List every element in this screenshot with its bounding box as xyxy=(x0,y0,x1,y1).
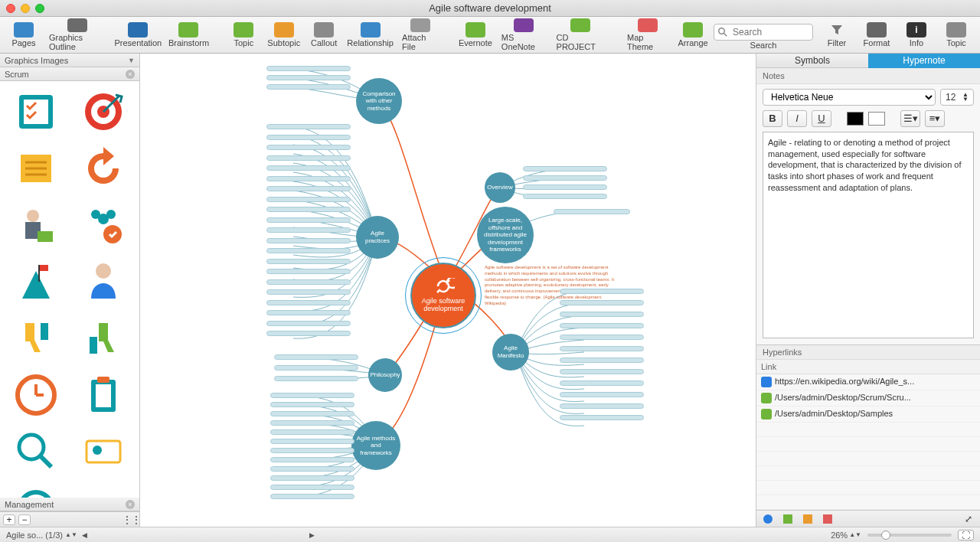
notes-textarea[interactable]: Agile - relating to or denoting a method… xyxy=(763,132,974,338)
leaf-node[interactable] xyxy=(274,376,358,381)
onenote-button[interactable]: MS OneNote xyxy=(497,17,550,53)
fit-button[interactable]: ⛶ xyxy=(958,530,974,540)
leaf-node[interactable] xyxy=(266,207,351,212)
leaf-node[interactable] xyxy=(266,197,351,202)
page-stepper-icon[interactable]: ▲▼ xyxy=(65,531,77,538)
leaf-node[interactable] xyxy=(266,269,351,274)
zoom-value[interactable]: 26% xyxy=(831,531,848,540)
pages-button[interactable]: Pages xyxy=(5,17,43,53)
largescale-node[interactable]: Large-scale, offshore and distributed ag… xyxy=(477,207,534,263)
leaf-node[interactable] xyxy=(523,194,607,199)
leaf-node[interactable] xyxy=(266,176,351,181)
leaf-node[interactable] xyxy=(523,166,607,171)
link-row[interactable]: https://en.wikipedia.org/wiki/Agile_s... xyxy=(756,374,980,390)
sticky-note-icon[interactable] xyxy=(5,142,67,194)
remove-button[interactable]: − xyxy=(18,514,31,525)
leaf-node[interactable] xyxy=(270,439,354,444)
philosophy-node[interactable]: Philosophy xyxy=(368,358,402,392)
leaf-node[interactable] xyxy=(560,312,644,317)
relationship-button[interactable]: Relationship xyxy=(345,17,396,53)
close-icon[interactable]: × xyxy=(126,500,135,509)
leaf-node[interactable] xyxy=(266,248,351,253)
font-family-select[interactable]: Helvetica Neue xyxy=(763,89,936,106)
text-color-swatch[interactable] xyxy=(847,112,864,126)
bold-button[interactable]: B xyxy=(763,110,782,127)
leaf-node[interactable] xyxy=(560,335,644,340)
leaf-node[interactable] xyxy=(274,365,358,371)
attach-file-button[interactable]: Attach File xyxy=(397,17,443,53)
leaf-node[interactable] xyxy=(560,358,644,363)
person-money-icon[interactable] xyxy=(5,199,67,251)
leaf-node[interactable] xyxy=(270,485,354,490)
zoom-slider[interactable] xyxy=(867,534,952,537)
leaf-node[interactable] xyxy=(560,403,644,409)
leaf-node[interactable] xyxy=(266,279,351,285)
add-button[interactable]: + xyxy=(3,514,15,525)
leaf-node[interactable] xyxy=(266,217,351,223)
remove-link-button[interactable] xyxy=(819,513,836,525)
font-size-stepper[interactable]: 12▲▼ xyxy=(940,89,974,106)
link-row[interactable]: /Users/admin/Desktop/Scrum/Scru... xyxy=(756,390,980,406)
management-section-header[interactable]: Management × xyxy=(0,498,139,511)
zoom-stepper-icon[interactable]: ▲▼ xyxy=(849,531,861,538)
leaf-node[interactable] xyxy=(270,402,354,407)
add-maplink-button[interactable] xyxy=(799,513,816,525)
methods-node[interactable]: Agile methods and frameworks xyxy=(351,421,400,470)
leaf-node[interactable] xyxy=(560,369,644,374)
format-button[interactable]: Format xyxy=(858,17,896,53)
underline-button[interactable]: U xyxy=(812,110,831,127)
leaf-node[interactable] xyxy=(270,411,354,416)
comparison-node[interactable]: Comparison with other methods xyxy=(356,78,402,124)
target-icon[interactable] xyxy=(72,86,135,138)
eye-icon[interactable] xyxy=(72,482,135,498)
fill-color-swatch[interactable] xyxy=(868,112,885,126)
leaf-node[interactable] xyxy=(270,420,354,426)
leaf-node[interactable] xyxy=(270,457,354,462)
id-card-icon[interactable] xyxy=(72,426,135,478)
expand-button[interactable]: ⤢ xyxy=(960,513,977,525)
close-icon[interactable]: × xyxy=(126,70,135,79)
leaf-node[interactable] xyxy=(266,259,351,264)
leaf-node[interactable] xyxy=(560,289,644,294)
list-button[interactable]: ☰▾ xyxy=(900,110,920,127)
leaf-node[interactable] xyxy=(266,155,351,161)
manifesto-node[interactable]: Agile Manifesto xyxy=(492,334,529,371)
thumbs-up-icon[interactable] xyxy=(72,312,135,364)
leaf-node[interactable] xyxy=(266,321,351,326)
clock-icon[interactable] xyxy=(5,369,67,421)
leaf-node[interactable] xyxy=(266,300,351,305)
cd-project-button[interactable]: CD PROJECT xyxy=(552,17,610,53)
leaf-node[interactable] xyxy=(270,393,354,398)
prev-page-button[interactable]: ◀ xyxy=(82,531,87,539)
arrange-button[interactable]: Arrange xyxy=(674,17,712,53)
mindmap-canvas[interactable]: Agile software development Agile softwar… xyxy=(140,54,756,527)
team-gear-icon[interactable] xyxy=(72,199,135,251)
add-weblink-button[interactable] xyxy=(760,513,776,525)
zoom-knob[interactable] xyxy=(881,531,890,540)
leaf-node[interactable] xyxy=(266,124,351,129)
magnifier-icon[interactable] xyxy=(5,426,67,478)
leaf-node[interactable] xyxy=(266,165,351,171)
leaf-node[interactable] xyxy=(266,331,351,336)
page-indicator[interactable]: Agile so... (1/3) xyxy=(6,531,63,540)
topic-panel-button[interactable]: Topic xyxy=(937,17,975,53)
leaf-node[interactable] xyxy=(523,184,607,190)
map-theme-button[interactable]: Map Theme xyxy=(622,17,672,53)
gauge-icon[interactable] xyxy=(5,482,67,498)
cycle-arrow-icon[interactable] xyxy=(72,142,135,194)
checklist-icon[interactable] xyxy=(5,86,67,138)
callout-button[interactable]: Callout xyxy=(305,17,343,53)
businessman-icon[interactable] xyxy=(72,256,135,308)
leaf-node[interactable] xyxy=(560,300,644,305)
leaf-node[interactable] xyxy=(266,227,351,233)
leaf-node[interactable] xyxy=(270,475,354,481)
filter-button[interactable]: Filter xyxy=(818,17,856,53)
presentation-button[interactable]: Presentation xyxy=(112,17,164,53)
root-node[interactable]: Agile software development xyxy=(410,263,476,328)
tab-symbols[interactable]: Symbols xyxy=(756,54,868,68)
leaf-node[interactable] xyxy=(560,380,644,386)
chevron-down-icon[interactable]: ▼ xyxy=(128,57,135,64)
scrum-section-header[interactable]: Scrum × xyxy=(0,67,139,81)
thumbs-down-icon[interactable] xyxy=(5,312,67,364)
clipboard-icon[interactable] xyxy=(72,369,135,421)
